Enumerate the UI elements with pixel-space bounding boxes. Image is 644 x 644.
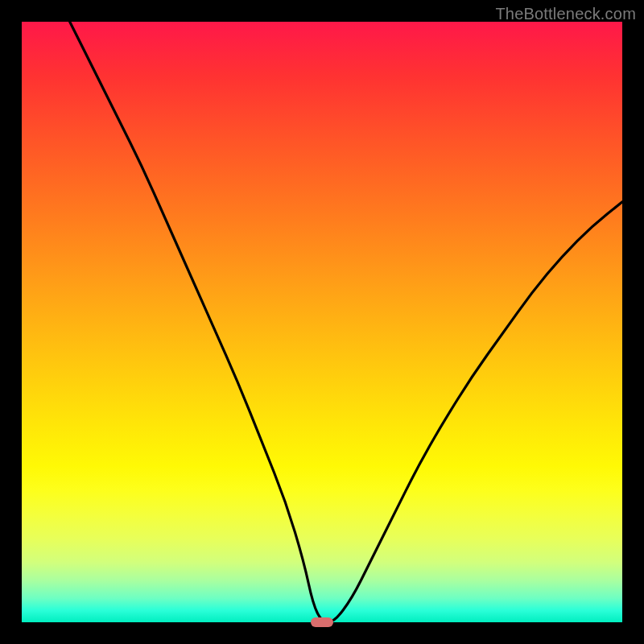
optimal-marker: [311, 617, 333, 627]
plot-area: [22, 22, 622, 622]
bottleneck-curve: [22, 22, 622, 622]
watermark-text: TheBottleneck.com: [495, 5, 636, 23]
chart-frame: TheBottleneck.com: [0, 0, 644, 644]
